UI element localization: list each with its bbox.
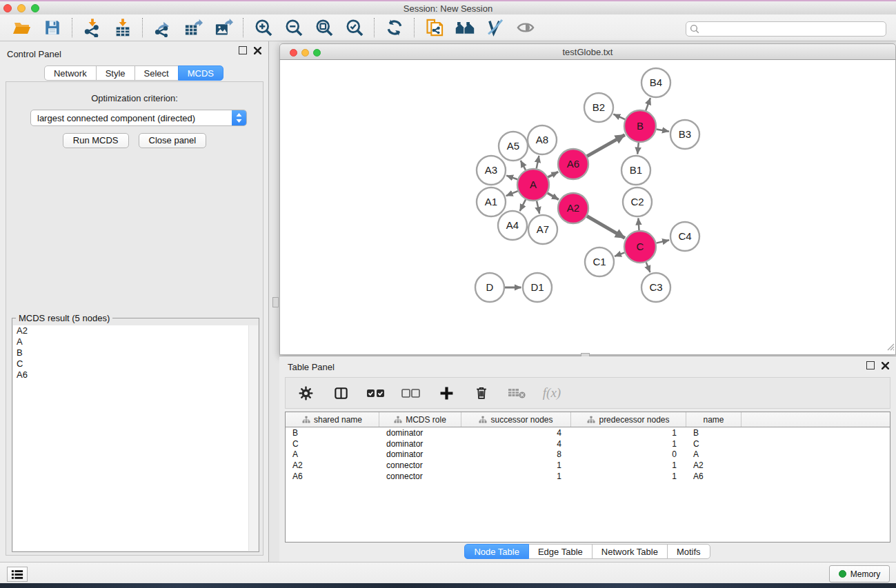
edge-C-C4[interactable]: [656, 240, 669, 243]
table-cell[interactable]: A: [686, 449, 741, 459]
table-row[interactable]: Cdominator41C: [286, 438, 890, 449]
select-all-rows-icon[interactable]: [366, 382, 386, 404]
edge-B-B2[interactable]: [613, 114, 625, 120]
table-cell[interactable]: C: [686, 439, 741, 449]
export-table-icon[interactable]: [181, 17, 206, 39]
table-row[interactable]: A6connector11A6: [286, 471, 890, 482]
panel-list-button[interactable]: [7, 567, 28, 582]
table-cell[interactable]: dominator: [379, 439, 461, 449]
table-cell[interactable]: dominator: [379, 428, 461, 438]
edge-B-B4[interactable]: [646, 98, 650, 110]
tab-network-table[interactable]: Network Table: [592, 544, 668, 559]
window-resize-grip[interactable]: [885, 341, 895, 354]
edge-C-C1[interactable]: [615, 252, 625, 256]
zoom-out-icon[interactable]: [281, 17, 306, 39]
table-cell[interactable]: connector: [379, 472, 461, 481]
save-session-icon[interactable]: [40, 17, 65, 39]
create-column-plus-icon[interactable]: [436, 382, 457, 404]
double-house-icon[interactable]: [452, 17, 477, 39]
table-cell[interactable]: 4: [461, 428, 571, 438]
table-cell[interactable]: 1: [571, 428, 686, 438]
column-header-shared-name[interactable]: shared name: [286, 412, 379, 427]
delete-table-icon[interactable]: [506, 382, 527, 404]
optimization-criterion-select[interactable]: largest connected component (directed): [30, 110, 247, 126]
refresh-view-icon[interactable]: [382, 17, 407, 39]
column-header-name[interactable]: name: [686, 412, 741, 427]
table-cell[interactable]: 1: [461, 472, 571, 481]
delete-column-trash-icon[interactable]: [471, 382, 492, 404]
network-canvas[interactable]: AA1A2A3A4A5A6A7A8BB1B2B3B4CC1C2C3C4DD1: [279, 60, 896, 355]
eye-icon[interactable]: [513, 17, 538, 39]
mcds-result-item[interactable]: B: [13, 347, 249, 358]
new-network-from-selection-icon[interactable]: [422, 17, 447, 39]
run-mcds-button[interactable]: Run MCDS: [63, 133, 129, 148]
import-network-icon[interactable]: [80, 17, 105, 39]
table-row[interactable]: Adominator80A: [286, 449, 890, 460]
table-settings-gear-icon[interactable]: [295, 382, 316, 404]
column-header-successor-nodes[interactable]: successor nodes: [461, 412, 571, 427]
edge-A-A8[interactable]: [537, 156, 539, 169]
table-cell[interactable]: A: [286, 449, 379, 459]
table-cell[interactable]: A6: [286, 472, 379, 481]
mcds-list-scrollbar[interactable]: [248, 325, 258, 551]
close-panel-icon[interactable]: [254, 47, 261, 54]
tab-style[interactable]: Style: [96, 65, 135, 81]
edge-A-A6[interactable]: [548, 172, 558, 177]
panel-splitter-handle[interactable]: [272, 297, 279, 307]
mcds-result-item[interactable]: C: [13, 358, 249, 369]
mcds-result-item[interactable]: A: [13, 336, 249, 347]
export-image-icon[interactable]: [211, 17, 236, 39]
zoom-in-icon[interactable]: [251, 17, 276, 39]
edge-A-A5[interactable]: [521, 161, 526, 170]
edge-A2-C[interactable]: [587, 216, 625, 239]
edge-A-A2[interactable]: [548, 193, 559, 200]
tab-edge-table[interactable]: Edge Table: [528, 544, 593, 559]
column-header-mcds-role[interactable]: MCDS role: [379, 412, 461, 427]
table-cell[interactable]: B: [686, 428, 741, 438]
search-input[interactable]: [686, 21, 886, 37]
edge-A-A1[interactable]: [506, 191, 518, 196]
edge-C-C2[interactable]: [638, 219, 639, 231]
table-row[interactable]: A2connector11A2: [286, 460, 890, 471]
table-cell[interactable]: 0: [571, 449, 686, 459]
table-cell[interactable]: connector: [379, 460, 461, 470]
edge-B-B1[interactable]: [637, 143, 639, 154]
mcds-result-item[interactable]: A2: [13, 325, 249, 336]
table-cell[interactable]: A6: [686, 472, 741, 481]
edge-A-A7[interactable]: [537, 201, 539, 214]
show-columns-icon[interactable]: [330, 382, 351, 404]
deselect-all-rows-icon[interactable]: [401, 382, 421, 404]
style-check-slash-icon[interactable]: [483, 17, 508, 39]
float-panel-icon[interactable]: [866, 361, 875, 369]
column-header-predecessor-nodes[interactable]: predecessor nodes: [571, 412, 686, 427]
edge-C-C3[interactable]: [646, 262, 650, 272]
table-cell[interactable]: 1: [571, 439, 686, 449]
tab-network[interactable]: Network: [44, 65, 97, 81]
import-table-icon[interactable]: [110, 17, 135, 39]
table-cell[interactable]: 1: [571, 460, 686, 470]
table-cell[interactable]: 1: [461, 460, 571, 470]
table-cell[interactable]: A2: [686, 460, 741, 470]
memory-button[interactable]: Memory: [829, 565, 890, 582]
edge-A6-B[interactable]: [587, 135, 625, 156]
edge-A-A4[interactable]: [520, 199, 526, 211]
zoom-selected-icon[interactable]: [342, 17, 367, 39]
close-panel-icon[interactable]: [882, 362, 889, 369]
tab-mcds[interactable]: MCDS: [178, 65, 223, 81]
close-panel-button[interactable]: Close panel: [139, 133, 207, 148]
table-cell[interactable]: 8: [461, 449, 571, 459]
mcds-result-item[interactable]: A6: [13, 369, 249, 381]
table-cell[interactable]: 1: [571, 472, 686, 481]
open-session-icon[interactable]: [10, 17, 34, 39]
table-cell[interactable]: A2: [286, 460, 379, 470]
zoom-fit-icon[interactable]: [312, 17, 337, 39]
function-builder-icon[interactable]: f(x): [541, 382, 562, 404]
tab-motifs[interactable]: Motifs: [667, 544, 710, 559]
float-panel-icon[interactable]: [239, 46, 247, 54]
edge-B-B3[interactable]: [657, 129, 669, 131]
tab-select[interactable]: Select: [135, 65, 179, 81]
edge-A-A3[interactable]: [506, 176, 517, 180]
table-cell[interactable]: 4: [461, 439, 571, 449]
table-row[interactable]: Bdominator41B: [286, 427, 890, 438]
table-cell[interactable]: B: [286, 428, 379, 438]
